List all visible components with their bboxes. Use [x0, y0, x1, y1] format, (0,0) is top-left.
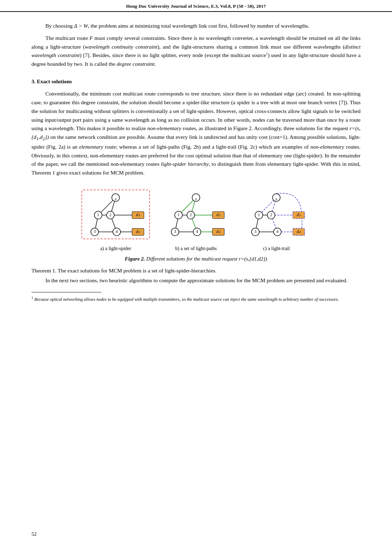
paragraph-3: Conventionally, the minimum cost multica… [31, 90, 361, 177]
theorem-1: Theorem 1. The exact solutions for MCM p… [31, 267, 361, 275]
svg-text:d₁: d₁ [136, 212, 140, 217]
svg-text:d₁: d₁ [297, 212, 301, 217]
svg-text:4: 4 [276, 229, 278, 234]
svg-text:3: 3 [174, 229, 176, 234]
svg-text:2: 2 [270, 212, 272, 217]
figure-2-area: s 1 2 3 4 d₁ d₂ a) a light-spider [31, 187, 361, 263]
footnote-divider [31, 292, 101, 292]
figure-caption-bold: Figure 2. [125, 256, 145, 262]
svg-text:s: s [195, 196, 197, 201]
svg-text:1: 1 [258, 212, 260, 217]
footnote-number: 1 [31, 296, 33, 300]
svg-text:1: 1 [97, 212, 99, 217]
svg-text:3: 3 [254, 229, 256, 234]
svg-text:s: s [115, 196, 116, 201]
diagram-c-label: c) a light-trail [263, 246, 290, 251]
svg-text:4: 4 [196, 229, 198, 234]
page-number: 52 [31, 531, 37, 537]
paragraph-1: By choosing Δ > W, the problem aims at m… [31, 22, 361, 30]
diagram-a-svg: s 1 2 3 4 d₁ d₂ [79, 187, 152, 243]
diagram-a: s 1 2 3 4 d₁ d₂ a) a light-spider [79, 187, 152, 251]
svg-text:1: 1 [177, 212, 180, 217]
figure-diagrams: s 1 2 3 4 d₁ d₂ a) a light-spider [31, 187, 361, 251]
journal-header: Hong Duc University Journal of Science, … [0, 0, 392, 12]
svg-text:2: 2 [190, 212, 192, 217]
diagram-a-label: a) a light-spider [100, 246, 131, 251]
svg-text:d₂: d₂ [297, 229, 301, 234]
diagram-c-svg: s 1 2 3 4 d₁ d₂ [240, 187, 313, 243]
diagram-b-label: b) a set of light-paths [175, 246, 217, 251]
main-content: By choosing Δ > W, the problem aims at m… [0, 12, 392, 324]
footnote-1: 1 Because optical networking allows node… [31, 295, 361, 303]
svg-text:4: 4 [116, 229, 118, 234]
svg-text:d₂: d₂ [217, 229, 221, 234]
diagram-b: s 1 2 3 4 d₁ d₂ b) a set of light-paths [159, 187, 233, 251]
figure-2-caption: Figure 2. Different solutions for the mu… [125, 255, 267, 263]
page: Hong Duc University Journal of Science, … [0, 0, 392, 547]
paragraph-2: The multicast route F must comply severa… [31, 34, 361, 69]
section-3-title: 3. Exact solutions [31, 78, 361, 85]
svg-text:d₁: d₁ [217, 212, 220, 217]
paragraph-4: In the next two sections, two heuristic … [31, 276, 361, 285]
svg-text:2: 2 [109, 212, 111, 217]
journal-title: Hong Duc University Journal of Science, … [126, 3, 266, 9]
diagram-b-svg: s 1 2 3 4 d₁ d₂ [159, 187, 233, 243]
svg-text:d₂: d₂ [136, 229, 140, 234]
figure-caption-text: Different solutions for the multicast re… [146, 256, 267, 262]
svg-text:3: 3 [94, 229, 96, 234]
diagram-c: s 1 2 3 4 d₁ d₂ c) a light-trail [240, 187, 313, 251]
svg-text:s: s [275, 196, 277, 201]
